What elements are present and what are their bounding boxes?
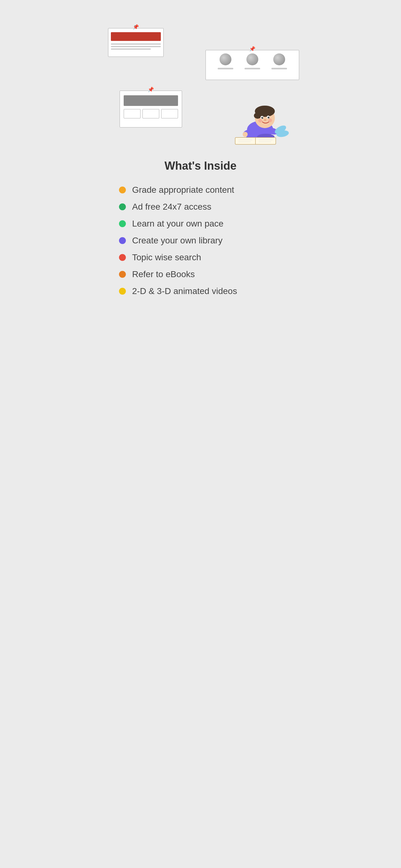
card2-circles xyxy=(206,50,299,67)
card2: 📌 xyxy=(205,50,299,80)
card2-sublabels xyxy=(206,67,299,69)
feature-text: Ad free 24x7 access xyxy=(132,202,211,212)
card2-sublabel2 xyxy=(244,68,260,69)
card1-pin-icon: 📌 xyxy=(133,24,139,30)
illustration-area: 📌 📌 📌 xyxy=(100,25,301,141)
card1: 📌 xyxy=(108,28,164,57)
card3-box1 xyxy=(124,109,140,118)
svg-point-8 xyxy=(262,117,263,118)
card1-line1 xyxy=(111,43,161,45)
feature-item: Ad free 24x7 access xyxy=(119,202,288,212)
feature-item: Refer to eBooks xyxy=(119,269,288,279)
svg-point-11 xyxy=(258,119,262,122)
card3-boxes xyxy=(124,109,178,118)
feature-item: Create your own library xyxy=(119,236,288,246)
svg-point-9 xyxy=(269,117,269,118)
svg-point-7 xyxy=(268,117,269,118)
card2-circle2 xyxy=(246,54,258,65)
kid-illustration xyxy=(232,97,291,147)
feature-item: Grade appropriate content xyxy=(119,185,288,195)
page-container: 📌 📌 📌 xyxy=(100,0,301,371)
card3: 📌 xyxy=(120,91,182,127)
feature-dot xyxy=(119,187,126,193)
feature-text: Refer to eBooks xyxy=(132,269,195,279)
svg-point-3 xyxy=(254,113,261,119)
feature-dot xyxy=(119,271,126,278)
feature-text: 2-D & 3-D animated videos xyxy=(132,286,237,296)
feature-item: 2-D & 3-D animated videos xyxy=(119,286,288,296)
feature-dot xyxy=(119,254,126,261)
feature-text: Grade appropriate content xyxy=(132,185,234,195)
feature-dot xyxy=(119,220,126,227)
card3-pin-icon: 📌 xyxy=(148,87,154,92)
section-title: What's Inside xyxy=(165,159,237,173)
svg-point-6 xyxy=(261,117,263,119)
card3-box3 xyxy=(161,109,178,118)
svg-point-12 xyxy=(268,118,272,122)
card2-circle1 xyxy=(220,54,231,65)
card2-circle3 xyxy=(273,54,285,65)
card1-line3 xyxy=(111,49,151,50)
card3-gray-banner xyxy=(124,95,178,106)
feature-text: Learn at your own pace xyxy=(132,219,224,229)
svg-point-10 xyxy=(264,119,266,121)
feature-list: Grade appropriate contentAd free 24x7 ac… xyxy=(113,185,288,296)
card1-lines xyxy=(111,43,161,50)
feature-dot xyxy=(119,237,126,244)
feature-item: Learn at your own pace xyxy=(119,219,288,229)
whats-inside-section: What's Inside Grade appropriate contentA… xyxy=(100,141,301,309)
feature-dot xyxy=(119,288,126,294)
card3-box2 xyxy=(142,109,159,118)
card2-sublabel3 xyxy=(271,68,287,69)
feature-dot xyxy=(119,204,126,210)
card1-line2 xyxy=(111,46,161,47)
svg-point-15 xyxy=(243,132,248,137)
feature-item: Topic wise search xyxy=(119,252,288,262)
card2-sublabel1 xyxy=(218,68,233,69)
card2-pin-icon: 📌 xyxy=(249,46,256,52)
feature-text: Topic wise search xyxy=(132,252,201,262)
card1-red-banner xyxy=(111,32,161,41)
feature-text: Create your own library xyxy=(132,236,222,246)
